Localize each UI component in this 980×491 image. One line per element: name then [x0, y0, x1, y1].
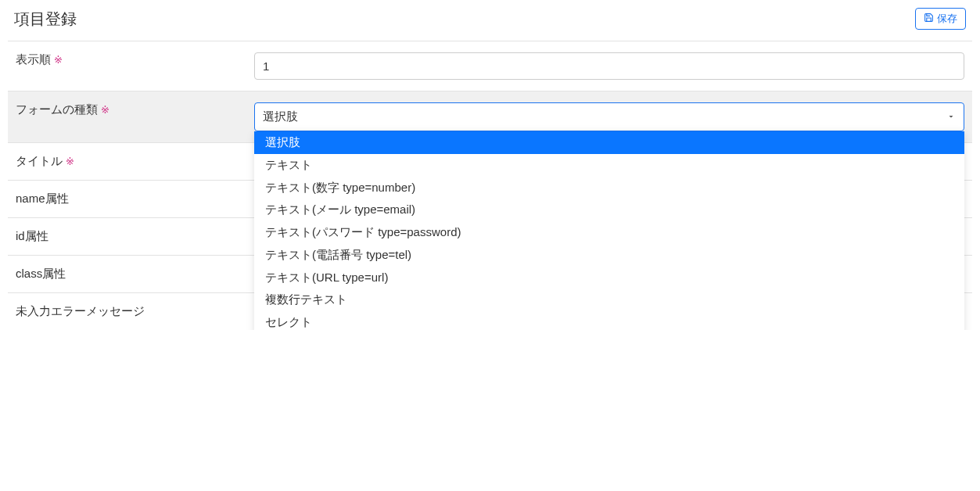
required-marker: ※ [66, 156, 74, 167]
required-marker: ※ [101, 104, 109, 116]
label-name-attr: name属性 [8, 192, 254, 206]
form-type-option[interactable]: テキスト(パスワード type=password) [254, 221, 964, 244]
label-id-attr-text: id属性 [16, 229, 48, 244]
form-type-selected-value: 選択肢 [263, 109, 298, 124]
form-type-dropdown: 選択肢テキストテキスト(数字 type=number)テキスト(メール type… [254, 131, 964, 330]
form-type-option[interactable]: テキスト(電話番号 type=tel) [254, 244, 964, 267]
label-name-attr-text: name属性 [16, 192, 69, 206]
form-type-option[interactable]: 選択肢 [254, 131, 964, 154]
label-form-type-text: フォームの種類 [16, 102, 98, 117]
form-type-option[interactable]: セレクト [254, 311, 964, 330]
label-blank-error-text: 未入力エラーメッセージ [16, 304, 145, 319]
save-button-label: 保存 [937, 12, 957, 26]
label-form-type: フォームの種類 ※ [8, 102, 254, 117]
row-order: 表示順 ※ [8, 41, 972, 91]
page-header: 項目登録 保存 [8, 0, 972, 41]
chevron-down-icon [946, 110, 956, 124]
label-id-attr: id属性 [8, 229, 254, 244]
label-title: タイトル ※ [8, 154, 254, 169]
form-type-option[interactable]: テキスト(メール type=email) [254, 199, 964, 221]
form-type-select[interactable]: 選択肢 [254, 102, 964, 131]
label-title-text: タイトル [16, 154, 63, 169]
form-type-option[interactable]: 複数行テキスト [254, 289, 964, 311]
form-type-option[interactable]: テキスト [254, 154, 964, 177]
form-type-option[interactable]: テキスト(数字 type=number) [254, 177, 964, 199]
order-input[interactable] [254, 52, 964, 80]
save-button[interactable]: 保存 [915, 8, 966, 30]
save-icon [924, 13, 934, 25]
label-class-attr-text: class属性 [16, 267, 66, 281]
form-type-option[interactable]: テキスト(URL type=url) [254, 267, 964, 289]
label-blank-error: 未入力エラーメッセージ [8, 304, 254, 319]
page-title: 項目登録 [14, 9, 77, 30]
label-class-attr: class属性 [8, 267, 254, 281]
label-order-text: 表示順 [16, 52, 51, 67]
label-order: 表示順 ※ [8, 52, 254, 67]
row-form-type: フォームの種類 ※ 選択肢 選択肢テキストテキスト(数字 type=number… [8, 91, 972, 143]
required-marker: ※ [54, 54, 63, 66]
